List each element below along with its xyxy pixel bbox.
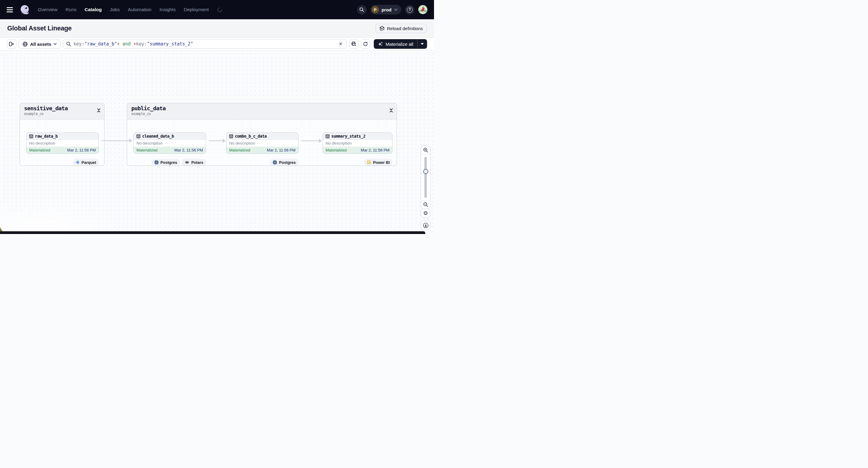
tag-postgres[interactable]: Postgres: [270, 159, 299, 166]
polars-icon: [185, 160, 189, 164]
graph-settings-button[interactable]: ⚙: [421, 209, 430, 218]
expand-scope-button[interactable]: [349, 39, 359, 49]
search-button[interactable]: [357, 5, 367, 14]
materialize-all-label: Materialize all: [385, 41, 413, 47]
nav-item-overview[interactable]: Overview: [38, 7, 58, 12]
group-title: sensitive_data: [24, 105, 100, 112]
asset-description: No description: [27, 140, 98, 147]
arrowhead-icon: [223, 138, 225, 143]
asset-node-raw-data-b[interactable]: raw_data_b No description Materialized M…: [26, 132, 99, 154]
status-badge: Materialized: [29, 148, 50, 152]
refresh-button[interactable]: [361, 39, 370, 49]
globe-add-icon: [351, 41, 356, 47]
environment-name: prod: [381, 7, 392, 12]
globe-icon: [23, 41, 28, 47]
materialization-timestamp: Mar 2, 11:56 PM: [67, 148, 96, 152]
navbar-right: P prod ?: [357, 5, 427, 14]
table-icon: [29, 134, 33, 138]
gear-icon: ⚙: [423, 211, 428, 216]
asset-search-input[interactable]: key:"raw_data_b"+ and +key:"summary_stat…: [63, 39, 347, 49]
nav-item-runs[interactable]: Runs: [66, 7, 76, 12]
search-icon: [66, 41, 71, 46]
asset-tags-raw-data-b: Parquet: [26, 159, 99, 166]
materialization-timestamp: Mar 2, 11:56 PM: [361, 148, 390, 152]
main-nav: Overview Runs Catalog Jobs Automation In…: [38, 7, 222, 12]
asset-name: summary_stats_2: [331, 134, 365, 138]
edge-combo-to-summary: [301, 138, 322, 143]
asset-status-row: Materialized Mar 2, 11:56 PM: [323, 147, 392, 153]
status-badge: Materialized: [229, 148, 250, 152]
table-icon: [229, 134, 233, 138]
materialize-options-button[interactable]: [417, 39, 427, 49]
chevron-down-icon: [54, 43, 57, 45]
tag-power-bi[interactable]: Power BI: [364, 159, 393, 166]
tag-polars[interactable]: Polars: [182, 159, 206, 166]
reload-cube-icon: [379, 26, 384, 31]
panel-toggle-icon: [9, 41, 14, 46]
edge-raw-to-cleaned: [101, 138, 132, 143]
parquet-icon: [75, 160, 80, 164]
environment-switcher[interactable]: P prod: [370, 5, 401, 14]
materialize-all-split-button: Materialize all: [374, 39, 427, 49]
nav-item-automation[interactable]: Automation: [128, 7, 151, 12]
tag-postgres[interactable]: Postgres: [152, 159, 180, 166]
search-query: key:"raw_data_b"+ and +key:"summary_stat…: [73, 41, 336, 47]
menu-icon[interactable]: [7, 7, 14, 12]
postgres-icon: [273, 160, 277, 165]
tag-parquet[interactable]: Parquet: [73, 159, 99, 166]
asset-scope-dropdown[interactable]: All assets: [19, 39, 61, 49]
nav-item-insights[interactable]: Insights: [160, 7, 176, 12]
nav-item-deployment[interactable]: Deployment: [184, 7, 209, 12]
asset-node-combo-b-c-data[interactable]: combo_b_c_data No description Materializ…: [226, 132, 299, 154]
power-bi-icon: [367, 160, 371, 164]
zoom-in-button[interactable]: [421, 146, 430, 155]
caret-down-icon: [421, 43, 424, 45]
group-header: public_data example_co: [127, 103, 397, 120]
top-navbar: Overview Runs Catalog Jobs Automation In…: [0, 0, 434, 19]
collapse-group-icon[interactable]: [389, 107, 394, 114]
materialization-timestamp: Mar 2, 11:56 PM: [267, 148, 296, 152]
group-title: public_data: [131, 105, 393, 112]
zoom-controls: [421, 146, 430, 209]
reload-definitions-button[interactable]: Reload definitions: [376, 24, 427, 33]
open-left-panel-button[interactable]: [7, 39, 16, 49]
nav-item-catalog[interactable]: Catalog: [85, 7, 102, 12]
download-graph-button[interactable]: [421, 220, 430, 230]
asset-tags-combo-b-c-data: Postgres: [226, 159, 299, 166]
asset-description: No description: [226, 140, 298, 147]
zoom-out-icon: [423, 202, 428, 207]
asset-status-row: Materialized Mar 2, 11:56 PM: [134, 147, 206, 153]
asset-node-summary-stats-2[interactable]: summary_stats_2 No description Materiali…: [322, 132, 393, 154]
group-header: sensitive_data example_co: [20, 103, 104, 120]
materialization-timestamp: Mar 2, 11:56 PM: [175, 148, 203, 152]
clear-search-icon[interactable]: ✕: [338, 41, 344, 47]
arrowhead-icon: [129, 138, 132, 143]
help-button[interactable]: ?: [405, 5, 414, 14]
user-avatar[interactable]: [418, 5, 427, 14]
edge-cleaned-to-combo: [209, 138, 225, 143]
asset-name: combo_b_c_data: [235, 134, 267, 138]
zoom-in-icon: [423, 148, 428, 153]
asset-description: No description: [323, 140, 392, 147]
zoom-out-button[interactable]: [421, 200, 430, 209]
loading-spinner-icon: [217, 7, 223, 13]
postgres-icon: [154, 160, 159, 165]
zoom-slider-thumb[interactable]: [423, 169, 428, 174]
dagster-logo-icon[interactable]: [19, 4, 30, 15]
status-badge: Materialized: [136, 148, 157, 152]
sparkles-icon: [378, 41, 383, 47]
zoom-slider-track[interactable]: [424, 157, 427, 198]
environment-avatar: P: [372, 6, 379, 13]
collapse-group-icon[interactable]: [96, 107, 101, 114]
refresh-icon: [363, 41, 368, 47]
status-badge: Materialized: [326, 148, 347, 152]
lineage-canvas[interactable]: sensitive_data example_co public_data ex…: [0, 51, 434, 234]
question-mark-icon: ?: [407, 7, 413, 13]
table-icon: [326, 134, 330, 138]
page-header: Global Asset Lineage Reload definitions: [0, 19, 434, 38]
search-icon: [359, 7, 364, 12]
materialize-all-button[interactable]: Materialize all: [374, 39, 417, 49]
asset-node-cleaned-data-b[interactable]: cleaned_data_b No description Materializ…: [133, 132, 206, 154]
nav-item-jobs[interactable]: Jobs: [110, 7, 120, 12]
zoom-slider: [421, 155, 430, 200]
